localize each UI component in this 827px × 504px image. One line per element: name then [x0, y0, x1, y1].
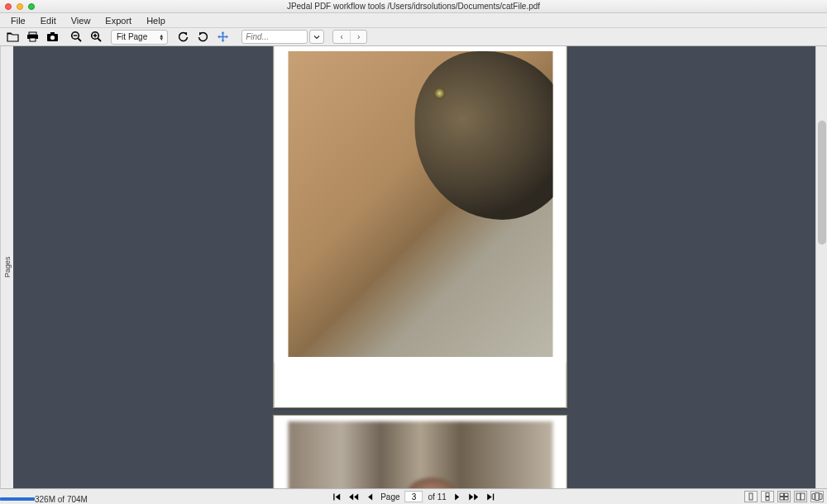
- prev-page-button[interactable]: [364, 491, 375, 502]
- zoom-in-button[interactable]: [87, 29, 105, 45]
- minimize-window-button[interactable]: [17, 3, 23, 10]
- view-mode-controls: [744, 491, 824, 502]
- facing-icon: [779, 492, 789, 501]
- svg-rect-20: [780, 497, 784, 501]
- go-first-icon: [332, 492, 342, 502]
- pdf-image-content: [288, 421, 552, 488]
- facing-view-button[interactable]: [777, 491, 791, 502]
- find-options-button[interactable]: [309, 30, 324, 44]
- menubar: File Edit View Export Help: [0, 13, 827, 28]
- rotate-cw-icon: [197, 31, 209, 43]
- svg-rect-16: [766, 493, 769, 497]
- pageflow-icon: [811, 492, 823, 501]
- svg-rect-23: [801, 493, 805, 500]
- printer-icon: [26, 31, 39, 42]
- vertical-scrollbar[interactable]: [815, 46, 827, 488]
- svg-rect-19: [785, 493, 789, 497]
- menu-file[interactable]: File: [3, 16, 33, 26]
- window-titlebar: JPedal PDF workflow tools /Users/idrsolu…: [0, 0, 827, 13]
- find-next-button[interactable]: ›: [350, 31, 366, 43]
- svg-rect-17: [766, 497, 769, 501]
- memory-indicator: 326M of 704M: [0, 495, 88, 504]
- stepper-arrows-icon: ▲▼: [159, 34, 164, 40]
- svg-rect-15: [749, 493, 753, 500]
- svg-line-10: [98, 38, 101, 41]
- page-navigation: Page of 11: [331, 491, 496, 502]
- print-button[interactable]: [23, 29, 41, 45]
- go-last-icon: [485, 492, 495, 502]
- svg-rect-22: [796, 493, 801, 500]
- svg-rect-18: [780, 493, 784, 497]
- forward-button[interactable]: [468, 491, 480, 502]
- window-title: JPedal PDF workflow tools /Users/idrsolu…: [0, 2, 827, 11]
- window-controls: [0, 3, 35, 10]
- scrollbar-thumb[interactable]: [818, 121, 826, 245]
- menu-view[interactable]: View: [64, 16, 98, 26]
- rewind-button[interactable]: [347, 491, 359, 502]
- last-page-button[interactable]: [485, 491, 496, 502]
- rewind-icon: [348, 492, 359, 502]
- cover-facing-view-button[interactable]: [794, 491, 807, 502]
- pdf-page: [274, 415, 567, 488]
- zoom-in-icon: [90, 31, 103, 43]
- menu-export[interactable]: Export: [98, 16, 139, 26]
- page-label: Page: [380, 492, 399, 502]
- svg-rect-0: [29, 32, 36, 35]
- first-page-button[interactable]: [331, 491, 342, 502]
- pan-button[interactable]: [213, 29, 232, 45]
- continuous-view-button[interactable]: [761, 491, 774, 502]
- pageflow-view-button[interactable]: [810, 491, 824, 502]
- zoom-mode-value: Fit Page: [117, 32, 147, 41]
- svg-rect-21: [785, 497, 789, 501]
- svg-rect-14: [493, 493, 494, 500]
- snapshot-button[interactable]: [43, 29, 61, 45]
- memory-text: 326M of 704M: [35, 495, 88, 504]
- svg-rect-24: [815, 493, 819, 501]
- go-prev-icon: [366, 492, 374, 502]
- find-navigation: ‹ ›: [332, 30, 367, 44]
- svg-rect-2: [30, 38, 36, 41]
- go-next-icon: [453, 492, 461, 502]
- page-number-input[interactable]: [405, 491, 423, 502]
- cover-facing-icon: [796, 492, 805, 501]
- pdf-image-content: [288, 51, 552, 357]
- rotate-ccw-icon: [177, 31, 189, 43]
- zoom-out-icon: [70, 31, 83, 43]
- menu-help[interactable]: Help: [139, 16, 173, 26]
- rotate-left-button[interactable]: [174, 29, 192, 45]
- status-bar: 326M of 704M Page of 11: [0, 489, 827, 504]
- svg-point-5: [50, 36, 54, 40]
- memory-bar: [0, 497, 35, 501]
- maximize-window-button[interactable]: [28, 3, 35, 10]
- move-icon: [217, 31, 229, 43]
- zoom-mode-select[interactable]: Fit Page ▲▼: [111, 30, 168, 45]
- document-viewer[interactable]: [13, 46, 827, 488]
- camera-icon: [46, 31, 59, 42]
- menu-edit[interactable]: Edit: [33, 16, 64, 26]
- folder-open-icon: [7, 31, 19, 42]
- svg-rect-13: [333, 493, 334, 500]
- work-area: Pages: [0, 46, 827, 489]
- find-input[interactable]: [241, 30, 308, 44]
- svg-rect-4: [50, 32, 55, 35]
- pdf-page: [274, 46, 567, 408]
- toolbar: Fit Page ▲▼ ‹ ›: [0, 28, 827, 46]
- svg-line-7: [78, 38, 81, 41]
- open-button[interactable]: [3, 29, 22, 45]
- find-prev-button[interactable]: ‹: [333, 31, 350, 43]
- page-total-label: of 11: [428, 492, 447, 502]
- single-page-view-button[interactable]: [744, 491, 758, 502]
- continuous-icon: [763, 492, 772, 501]
- pages-panel-tab[interactable]: Pages: [0, 46, 13, 488]
- chevron-down-icon: [313, 34, 320, 40]
- next-page-button[interactable]: [452, 491, 463, 502]
- single-page-icon: [747, 492, 755, 501]
- rotate-right-button[interactable]: [194, 29, 212, 45]
- close-window-button[interactable]: [5, 3, 12, 10]
- fast-forward-icon: [468, 492, 479, 502]
- zoom-out-button[interactable]: [67, 29, 85, 45]
